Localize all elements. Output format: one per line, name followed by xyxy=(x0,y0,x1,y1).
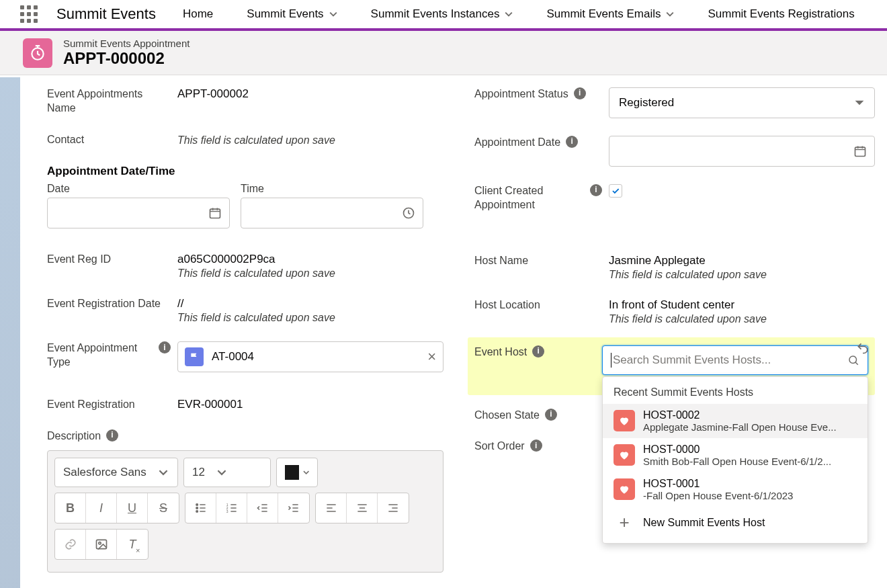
svg-point-4 xyxy=(196,507,198,509)
nav-home[interactable]: Home xyxy=(183,7,213,21)
client-created-appointment-label: Client Created Appointment i xyxy=(474,184,609,212)
event-appointments-name-label: Event Appointments Name xyxy=(47,87,177,116)
description-label: Description i xyxy=(47,429,177,444)
chevron-down-icon xyxy=(505,11,513,17)
appointment-date-input[interactable] xyxy=(609,136,875,167)
clock-icon[interactable] xyxy=(402,206,415,220)
info-icon[interactable]: i xyxy=(545,409,557,421)
info-icon[interactable]: i xyxy=(532,345,544,358)
dropdown-new-host[interactable]: + New Summit Events Host xyxy=(603,507,868,539)
dropdown-item-host-0001[interactable]: HOST-0001 -Fall Open House Event-6/1/202… xyxy=(603,472,868,507)
rte-color-select[interactable] xyxy=(276,458,318,487)
rte-ul-button[interactable] xyxy=(185,493,216,523)
appointment-date-label: Appointment Date i xyxy=(474,136,609,167)
event-registration-date-label: Event Registration Date xyxy=(47,297,177,324)
search-icon xyxy=(847,354,859,366)
rte-align-right-button[interactable] xyxy=(378,493,409,523)
nav-summit-events-instances[interactable]: Summit Events Instances xyxy=(371,7,513,21)
info-icon[interactable]: i xyxy=(590,184,602,196)
host-location-hint: This field is calculated upon save xyxy=(609,313,875,325)
event-host-label: Event Host i xyxy=(474,345,602,375)
event-appointment-type-label: Event Appointment Type i xyxy=(47,341,177,372)
date-input[interactable] xyxy=(47,198,230,228)
global-nav: Summit Events Home Summit Events Summit … xyxy=(0,0,887,31)
host-name-hint: This field is calculated upon save xyxy=(609,269,875,281)
svg-text:3: 3 xyxy=(226,509,228,513)
rte-font-select[interactable]: Salesforce Sans xyxy=(54,458,178,487)
event-appointment-type-value: AT-0004 xyxy=(212,350,254,364)
contact-label: Contact xyxy=(47,133,177,147)
appointment-date-time-section: Appointment Date/Time xyxy=(47,164,448,179)
heart-icon xyxy=(614,410,635,431)
rte-align-left-button[interactable] xyxy=(316,493,347,523)
dropdown-header: Recent Summit Events Hosts xyxy=(603,381,868,404)
rte-image-button[interactable] xyxy=(86,530,117,559)
rte-align-center-button[interactable] xyxy=(347,493,378,523)
svg-rect-11 xyxy=(855,147,865,156)
nav-summit-events[interactable]: Summit Events xyxy=(247,7,337,21)
event-reg-id-label: Event Reg ID xyxy=(47,253,177,280)
event-appointment-type-pill[interactable]: AT-0004 × xyxy=(177,341,444,372)
rte-underline-button[interactable]: U xyxy=(117,493,148,523)
info-icon[interactable]: i xyxy=(530,439,542,452)
contact-hint: This field is calculated upon save xyxy=(177,134,448,146)
plus-icon: + xyxy=(614,512,635,534)
flag-icon xyxy=(185,347,204,366)
calendar-icon[interactable] xyxy=(853,144,867,158)
host-name-value: Jasmine Applegate xyxy=(609,254,875,267)
color-swatch xyxy=(285,465,299,480)
rte-ol-button[interactable]: 123 xyxy=(216,493,247,523)
app-name: Summit Events xyxy=(56,5,156,23)
appointment-status-select[interactable]: Registered xyxy=(609,87,875,118)
rte-clear-format-button[interactable]: T× xyxy=(117,530,148,559)
svg-point-3 xyxy=(196,504,198,506)
time-label: Time xyxy=(241,183,423,195)
record-type-icon xyxy=(23,38,52,68)
heart-icon xyxy=(614,444,635,466)
heart-icon xyxy=(614,478,635,500)
rte-indent-button[interactable] xyxy=(278,493,309,523)
dropdown-item-host-0000[interactable]: HOST-0000 Smith Bob-Fall Open House Even… xyxy=(603,438,868,472)
event-registration-date-hint: This field is calculated upon save xyxy=(177,312,448,324)
left-gutter xyxy=(0,77,20,588)
event-registration-label: Event Registration xyxy=(47,398,177,412)
event-host-lookup-input[interactable]: Search Summit Events Hosts... xyxy=(602,345,868,375)
event-registration-date-value: // xyxy=(177,297,448,310)
rte-link-button[interactable] xyxy=(55,530,86,559)
info-icon[interactable]: i xyxy=(159,341,171,353)
app-launcher-icon[interactable] xyxy=(20,5,38,23)
svg-rect-1 xyxy=(210,210,220,218)
host-location-label: Host Location xyxy=(474,298,609,325)
rte-strike-button[interactable]: S xyxy=(148,493,179,523)
page-title: APPT-000002 xyxy=(63,49,189,68)
host-location-value: In front of Student center xyxy=(609,298,875,312)
event-reg-id-hint: This field is calculated upon save xyxy=(177,267,448,280)
nav-summit-events-registrations[interactable]: Summit Events Registrations xyxy=(708,7,854,21)
svg-point-5 xyxy=(196,511,198,513)
event-appointments-name-value: APPT-000002 xyxy=(177,87,448,116)
undo-icon[interactable] xyxy=(856,341,870,355)
info-icon[interactable]: i xyxy=(566,136,578,148)
calendar-icon[interactable] xyxy=(208,206,222,220)
rte-outdent-button[interactable] xyxy=(247,493,278,523)
svg-point-10 xyxy=(98,542,100,544)
chevron-down-icon xyxy=(666,11,674,17)
client-created-appointment-checkbox[interactable] xyxy=(609,184,622,198)
chevron-down-icon xyxy=(329,11,337,17)
info-icon[interactable]: i xyxy=(106,429,118,442)
svg-point-12 xyxy=(849,356,857,364)
rte-size-select[interactable]: 12 xyxy=(183,458,271,487)
dropdown-item-host-0002[interactable]: HOST-0002 Applegate Jasmine-Fall Open Ho… xyxy=(603,404,868,438)
info-icon[interactable]: i xyxy=(574,87,586,99)
record-header: Summit Events Appointment APPT-000002 xyxy=(0,31,887,75)
rich-text-editor: Salesforce Sans 12 B I xyxy=(47,450,444,573)
rte-italic-button[interactable]: I xyxy=(86,493,117,523)
rte-bold-button[interactable]: B xyxy=(55,493,86,523)
object-label: Summit Events Appointment xyxy=(63,38,189,49)
close-icon[interactable]: × xyxy=(427,348,436,366)
nav-summit-events-emails[interactable]: Summit Events Emails xyxy=(546,7,674,21)
event-host-row: Event Host i Search Summit Events Hosts.… xyxy=(468,337,875,395)
time-input[interactable] xyxy=(241,198,423,228)
host-name-label: Host Name xyxy=(474,254,609,281)
appointment-status-label: Appointment Status i xyxy=(474,87,609,118)
